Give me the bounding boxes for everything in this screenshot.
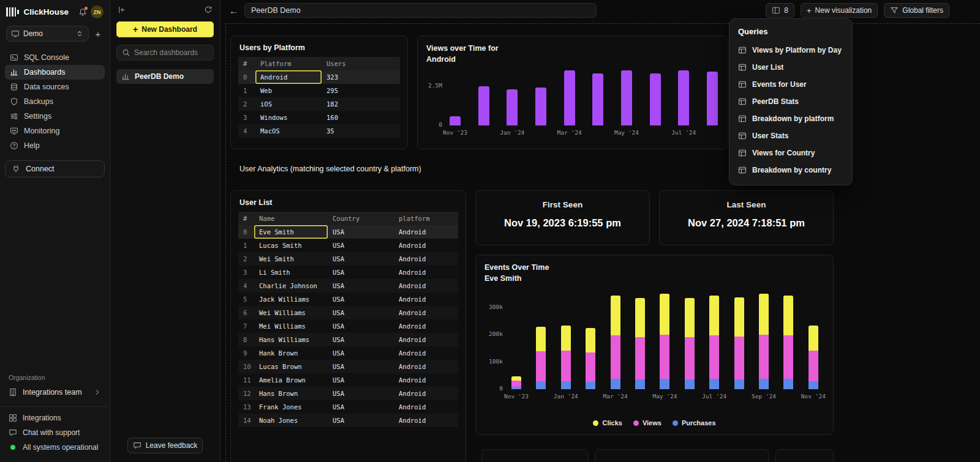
bar (535, 88, 546, 125)
table-row[interactable]: 12Hans BrownUSAAndroid (238, 387, 458, 400)
bar (621, 70, 632, 125)
query-item-peerdb-stats[interactable]: PeerDB Stats (729, 93, 852, 110)
table-row[interactable]: 0Android323 (238, 70, 400, 84)
table-row[interactable]: 2iOS182 (238, 97, 400, 111)
query-item-views-for-country[interactable]: Views for Country (729, 144, 852, 162)
queries-menu-title: Queries (729, 25, 852, 42)
query-item-user-list[interactable]: User List (729, 59, 852, 76)
query-item-breakdown-by-country[interactable]: Breakdown by country (729, 162, 852, 179)
query-item-user-stats[interactable]: User Stats (729, 127, 852, 144)
column-header: platform (394, 212, 458, 225)
bar-segment-purchases (660, 379, 669, 389)
last-seen-card: Last Seen Nov 27, 2024 7:18:51 pm (659, 190, 834, 245)
y-axis: 0100k200k300k (480, 291, 507, 389)
notification-dot (85, 7, 88, 10)
table-row[interactable]: 3Windows160 (238, 111, 400, 124)
plus-icon: + (133, 24, 138, 34)
table-row[interactable]: 7Mei WilliamsUSAAndroid (238, 319, 458, 333)
query-item-breakdown-by-platform[interactable]: Breakdown by platform (729, 110, 852, 127)
x-tick-label: Nov '24 (801, 393, 826, 400)
bar (707, 72, 718, 125)
table-row[interactable]: 13Frank JonesUSAAndroid (238, 400, 458, 414)
bar-segment-clicks (734, 297, 744, 337)
sidebar-item-integrations[interactable]: Integrations (0, 411, 110, 425)
dashboard-search[interactable] (116, 45, 214, 61)
bar (450, 116, 461, 125)
query-icon (738, 114, 747, 123)
dashboard-topbar: ← 8 + New visualization Global filters (221, 0, 980, 21)
table-row[interactable]: 10Lucas BrownUSAAndroid (238, 360, 458, 373)
org-team-row[interactable]: Integrations team (5, 384, 105, 400)
connect-button[interactable]: Connect (5, 160, 105, 177)
global-filters-button[interactable]: Global filters (884, 3, 949, 18)
table-row[interactable]: 4MacOS35 (238, 124, 400, 138)
bar-segment-clicks (809, 326, 818, 351)
bar (564, 70, 575, 125)
refresh-button[interactable] (204, 6, 213, 14)
sidebar-item-help[interactable]: Help (5, 138, 105, 153)
bar-segment-purchases (635, 379, 645, 389)
sidebar-item-label: Monitoring (24, 127, 59, 135)
sidebar-item-all-systems-operational[interactable]: All systems operational (0, 440, 110, 455)
chart-title: Events Over Time Eve Smith (484, 262, 549, 284)
sidebar-item-chat-with-support[interactable]: Chat with support (0, 425, 110, 440)
collapse-panel-button[interactable] (118, 6, 126, 14)
bar-segment-views (809, 351, 818, 381)
shield-icon (10, 97, 18, 106)
table-row[interactable]: 1Web295 (238, 84, 400, 97)
query-item-label: PeerDB Stats (752, 97, 799, 106)
query-item-label: Views by Platform by Day (752, 46, 842, 54)
query-item-views-by-platform-by-day[interactable]: Views by Platform by Day (729, 42, 852, 59)
sidebar-item-data-sources[interactable]: Data sources (5, 80, 105, 94)
table-row[interactable]: 0Eve SmithUSAAndroid (238, 225, 458, 239)
bar-column (650, 62, 661, 125)
workspace-row: Demo + (0, 21, 110, 47)
dashboard-list: PeerDB Demo (110, 61, 220, 88)
plug-icon (12, 165, 20, 173)
sidebar-item-sql-console[interactable]: SQL Console (5, 50, 105, 65)
table-row[interactable]: 1Lucas SmithUSAAndroid (238, 239, 458, 252)
notifications-button[interactable] (78, 8, 87, 17)
column-header: # (238, 57, 255, 70)
table-row[interactable]: 11Amelia BrownUSAAndroid (238, 373, 458, 387)
table-row[interactable]: 4Charlie JohnsonUSAAndroid (238, 279, 458, 292)
avatar[interactable]: ZN (91, 6, 104, 18)
sidebar-item-backups[interactable]: Backups (5, 94, 105, 109)
query-item-events-for-user[interactable]: Events for User (729, 76, 852, 93)
table-row[interactable]: 5Jack WilliamsUSAAndroid (238, 292, 458, 306)
new-visualization-button[interactable]: + New visualization (801, 3, 878, 18)
table-row[interactable]: 14Noah JonesUSAAndroid (238, 414, 458, 427)
query-icon (738, 63, 747, 72)
bar-column: Nov '24 (809, 291, 818, 389)
dashboard-item-peerdb-demo[interactable]: PeerDB Demo (116, 69, 214, 84)
table-row[interactable]: 8Hans WilliamsUSAAndroid (238, 333, 458, 346)
bar-segment-clicks (759, 294, 769, 335)
table-row[interactable]: 9Hank BrownUSAAndroid (238, 346, 458, 360)
bar-segment-views (783, 335, 793, 379)
new-dashboard-button[interactable]: + New Dashboard (116, 21, 214, 37)
legend-item-clicks: Clicks (593, 419, 622, 427)
query-icon (738, 149, 747, 157)
sidebar-item-monitoring[interactable]: Monitoring (5, 124, 105, 138)
add-service-button[interactable]: + (92, 29, 104, 39)
sidebar-item-label: Help (24, 141, 40, 150)
sidebar-item-label: All systems operational (23, 443, 98, 452)
table-row[interactable]: 2Wei SmithUSAAndroid (238, 252, 458, 266)
bar-segment-clicks (783, 296, 793, 335)
sidebar-nav: SQL ConsoleDashboardsData sourcesBackups… (0, 47, 110, 153)
leave-feedback-button[interactable]: Leave feedback (127, 438, 203, 453)
y-tick-label: 0 (439, 121, 442, 128)
table-row[interactable]: 3Li SmithUSAAndroid (238, 266, 458, 279)
dashboard-title-input[interactable] (244, 3, 597, 18)
bar-column (635, 291, 645, 389)
visualizations-count-button[interactable]: 8 (766, 3, 794, 18)
table-row[interactable]: 6Wei WilliamsUSAAndroid (238, 306, 458, 319)
search-dashboards-input[interactable] (134, 48, 208, 57)
bar (678, 70, 689, 125)
bar-segment-views (660, 335, 669, 379)
workspace-select[interactable]: Demo (6, 26, 89, 42)
sidebar-item-dashboards[interactable]: Dashboards (5, 65, 105, 80)
back-button[interactable]: ← (229, 6, 238, 16)
events-over-time-card: Events Over Time Eve Smith 0100k200k300k… (475, 255, 834, 435)
sidebar-item-settings[interactable]: Settings (5, 109, 105, 124)
